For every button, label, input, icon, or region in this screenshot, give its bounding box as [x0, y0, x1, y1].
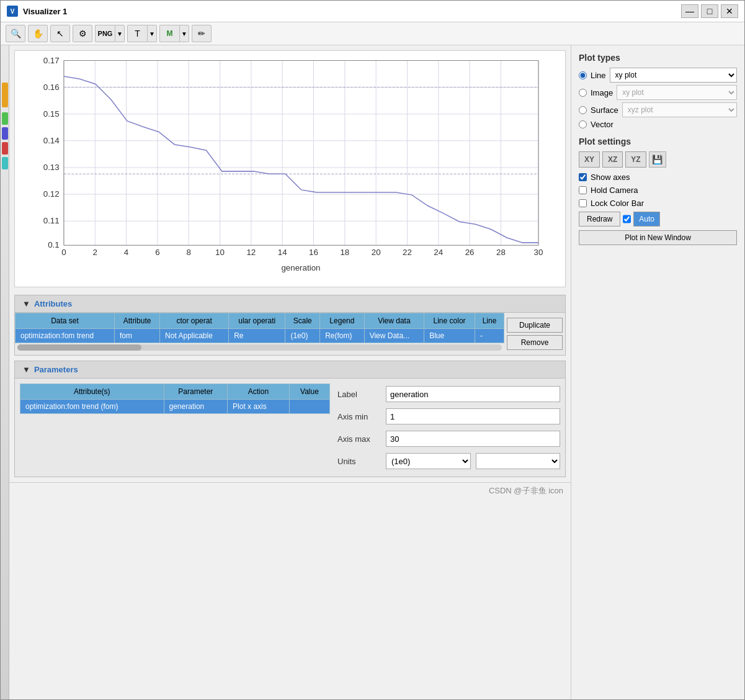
plot-settings-label: Plot settings [579, 137, 737, 146]
table-row[interactable]: optimization:fom trend fom Not Applicabl… [16, 329, 504, 343]
minimize-button[interactable]: — [681, 4, 698, 18]
lock-color-bar-row: Lock Color Bar [579, 199, 737, 208]
cell-view-data[interactable]: View Data... [364, 329, 424, 343]
attributes-title: Attributes [34, 299, 72, 308]
save-axis-button[interactable]: 💾 [649, 151, 666, 168]
cell-line: - [475, 329, 504, 343]
param-cell-parameter: generation [164, 400, 228, 414]
svg-text:0: 0 [61, 248, 66, 257]
units-select-1[interactable]: (1e0) [386, 453, 471, 469]
line-radio-label[interactable]: Line [591, 71, 606, 80]
surface-type-select[interactable]: xyz plot [622, 102, 737, 117]
svg-text:0.14: 0.14 [43, 136, 60, 145]
dup-rem-buttons: Duplicate Remove [504, 313, 565, 355]
image-radio[interactable] [579, 89, 587, 97]
marker-arrow-button[interactable]: ▼ [179, 25, 189, 42]
horizontal-scrollbar[interactable] [17, 344, 502, 351]
svg-text:24: 24 [434, 248, 443, 257]
param-table-row[interactable]: optimization:fom trend (fom) generation … [20, 400, 330, 414]
status-text: CSDN @子非鱼 icon [489, 486, 563, 495]
yz-button[interactable]: YZ [625, 151, 646, 168]
svg-text:4: 4 [124, 248, 129, 257]
cell-legend: Re(fom) [320, 329, 364, 343]
png-arrow-button[interactable]: ▼ [115, 25, 125, 42]
axis-min-input[interactable] [386, 408, 560, 424]
axis-max-input[interactable] [386, 431, 560, 447]
svg-text:12: 12 [246, 248, 256, 257]
maximize-button[interactable]: □ [701, 4, 718, 18]
label-input[interactable] [386, 386, 560, 402]
select-tool-button[interactable]: ↖ [50, 25, 70, 42]
hold-camera-label[interactable]: Hold Camera [591, 186, 638, 195]
axis-min-label: Axis min [337, 412, 381, 421]
col-attribute: Attribute [115, 313, 160, 329]
close-button[interactable]: ✕ [721, 4, 738, 18]
plot-settings-section: Plot settings XY XZ YZ 💾 Show axes Hold … [579, 137, 737, 245]
col-scale: Scale [285, 313, 320, 329]
settings-tool-button[interactable]: ⚙ [73, 25, 92, 42]
units-row: Units (1e0) [337, 453, 560, 469]
window-title: Visualizer 1 [23, 7, 67, 16]
attributes-table: Data set Attribute ctor operat ular oper… [15, 313, 504, 343]
params-table: Attribute(s) Parameter Action Value opti… [20, 384, 330, 414]
attributes-table-scroll[interactable]: Data set Attribute ctor operat ular oper… [15, 313, 504, 343]
show-axes-label[interactable]: Show axes [591, 173, 630, 182]
lock-color-checkbox[interactable] [579, 199, 587, 207]
png-main-button[interactable]: PNG [95, 25, 115, 42]
param-cell-attribute: optimization:fom trend (fom) [20, 400, 164, 414]
duplicate-button[interactable]: Duplicate [507, 318, 563, 333]
vector-radio[interactable] [579, 120, 587, 128]
text-arrow-button[interactable]: ▼ [147, 25, 157, 42]
hold-camera-checkbox[interactable] [579, 186, 587, 194]
pan-tool-button[interactable]: ✋ [28, 25, 48, 42]
zoom-tool-button[interactable]: 🔍 [6, 25, 25, 42]
image-radio-label[interactable]: Image [591, 88, 613, 97]
svg-text:10: 10 [215, 248, 225, 257]
auto-label[interactable]: Auto [633, 212, 660, 227]
hold-camera-row: Hold Camera [579, 186, 737, 195]
param-form: Label Axis min Axis max Units [337, 384, 560, 472]
line-type-select[interactable]: xy plot [610, 68, 737, 83]
cell-attribute: fom [115, 329, 160, 343]
app-icon: V [7, 6, 18, 17]
remove-button[interactable]: Remove [507, 335, 563, 350]
col-legend: Legend [320, 313, 364, 329]
label-field-label: Label [337, 390, 381, 399]
status-bar: CSDN @子非鱼 icon [9, 482, 571, 499]
surface-radio-label[interactable]: Surface [591, 105, 618, 115]
scroll-thumb[interactable] [17, 344, 141, 351]
col-view-data: View data [364, 313, 424, 329]
lock-color-label[interactable]: Lock Color Bar [591, 199, 644, 208]
auto-checkbox[interactable] [623, 212, 631, 227]
vector-radio-label[interactable]: Vector [591, 120, 613, 129]
svg-text:22: 22 [403, 248, 412, 257]
attributes-header[interactable]: ▼ Attributes [15, 295, 565, 313]
show-axes-checkbox[interactable] [579, 173, 587, 181]
plot-types-section: Plot types Line xy plot Image xy plot [579, 53, 737, 129]
svg-text:2: 2 [93, 248, 97, 257]
svg-text:6: 6 [155, 248, 159, 257]
image-type-select[interactable]: xy plot [617, 85, 737, 100]
center-area: 0.17 0.16 0.15 0.14 0.13 0.12 0.11 0.1 0… [9, 45, 571, 699]
attributes-header-row: Data set Attribute ctor operat ular oper… [16, 313, 504, 329]
line-radio[interactable] [579, 71, 587, 79]
svg-text:14: 14 [278, 248, 287, 257]
pencil-tool-button[interactable]: ✏ [192, 25, 212, 42]
units-select-2[interactable] [476, 453, 561, 469]
param-cell-action: Plot x axis [228, 400, 290, 414]
cell-ular-op: Re [229, 329, 285, 343]
pcol-parameter: Parameter [164, 384, 228, 400]
svg-text:0.11: 0.11 [43, 216, 60, 225]
xy-button[interactable]: XY [579, 151, 600, 168]
xz-button[interactable]: XZ [602, 151, 623, 168]
text-main-button[interactable]: T [127, 25, 147, 42]
marker-main-button[interactable]: M [159, 25, 179, 42]
parameters-header[interactable]: ▼ Parameters [15, 361, 565, 379]
surface-radio[interactable] [579, 106, 587, 114]
attributes-collapse-icon: ▼ [22, 299, 30, 308]
svg-text:0.17: 0.17 [43, 56, 60, 65]
plot-new-window-button[interactable]: Plot in New Window [579, 230, 737, 245]
plot-container: 0.17 0.16 0.15 0.14 0.13 0.12 0.11 0.1 0… [15, 51, 565, 287]
svg-text:16: 16 [309, 248, 318, 257]
redraw-button[interactable]: Redraw [579, 212, 620, 227]
